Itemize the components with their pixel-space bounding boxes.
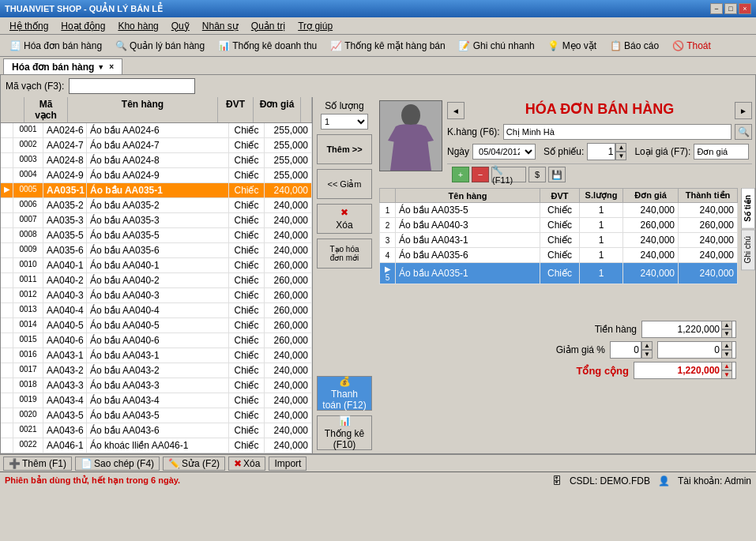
discount-val-up[interactable]: ▲ — [721, 341, 732, 350]
product-table-row[interactable]: 0001 AA024-6 Áo bầu AA024-6 Chiếc 255,00… — [1, 123, 312, 138]
remove-row-button[interactable]: − — [472, 167, 489, 182]
product-table-row[interactable]: 0008 AA035-5 Áo bầu AA035-5 Chiếc 240,00… — [1, 228, 312, 243]
add-button[interactable]: Thêm >> — [317, 134, 372, 164]
product-table-body[interactable]: 0001 AA024-6 Áo bầu AA024-6 Chiếc 255,00… — [1, 123, 312, 453]
toolbar-manage[interactable]: 🔍 Quản lý bán hàng — [109, 37, 210, 54]
tab-pin-icon[interactable]: ▼ — [97, 63, 104, 71]
product-table-row[interactable]: 0016 AA043-1 Áo bầu AA043-1 Chiếc 240,00… — [1, 348, 312, 363]
product-table-row[interactable]: 0009 AA035-6 Áo bầu AA035-6 Chiếc 240,00… — [1, 243, 312, 258]
toolbar-exit[interactable]: 🚫 Thoát — [666, 37, 717, 54]
discount-down[interactable]: ▼ — [641, 350, 653, 359]
side-tab-amount[interactable]: Số tiền — [741, 188, 755, 229]
nav-back-button[interactable]: ◄ — [447, 102, 465, 119]
tab-bar: Hóa đơn bán hàng ▼ × — [0, 57, 756, 74]
delete-bottom-icon: ✖ — [234, 458, 242, 469]
discount-percent-input[interactable] — [610, 341, 641, 359]
add-row-button[interactable]: + — [452, 167, 469, 182]
title-bar-buttons: − □ × — [710, 3, 751, 14]
discount-val-down[interactable]: ▼ — [721, 350, 732, 359]
grand-up[interactable]: ▲ — [721, 362, 732, 370]
f11-button[interactable]: 🔧 (F11) — [491, 167, 526, 182]
product-table-row[interactable]: 0021 AA043-6 Áo bầu AA043-6 Chiếc 240,00… — [1, 423, 312, 438]
toolbar-quick-note[interactable]: 📝 Ghi chú nhanh — [453, 37, 540, 54]
tab-invoice[interactable]: Hóa đơn bán hàng ▼ × — [3, 58, 122, 74]
right-panel: ◄ HÓA ĐƠN BÁN HÀNG ► K.hàng (F6): 🔍 Ng — [376, 97, 755, 453]
import-bottom-button[interactable]: Import — [269, 456, 307, 471]
invoice-table-row[interactable]: 2 Áo bầu AA040-3 Chiếc 1 260,000 260,000 — [380, 218, 738, 233]
nav-forward-button[interactable]: ► — [735, 102, 752, 119]
delete-button[interactable]: ✖ Xóa — [317, 204, 372, 234]
payment-button[interactable]: 💰 Thanhtoán (F12) — [317, 376, 372, 411]
product-table-row[interactable]: 0007 AA035-3 Áo bầu AA035-3 Chiếc 240,00… — [1, 213, 312, 228]
svg-point-1 — [401, 104, 420, 126]
new-invoice-button[interactable]: Tạo hóađơn mới — [317, 239, 372, 269]
date-select[interactable]: 05/04/2012 — [472, 144, 536, 160]
menu-fund[interactable]: Quỹ — [165, 19, 196, 33]
product-table-row[interactable]: 0017 AA043-2 Áo bầu AA043-2 Chiếc 240,00… — [1, 363, 312, 378]
grand-down[interactable]: ▼ — [721, 370, 732, 379]
product-table-row[interactable]: 0010 AA040-1 Áo bầu AA040-1 Chiếc 260,00… — [1, 258, 312, 273]
status-message: Phiên bản dùng thử, hết hạn trong 6 ngày… — [5, 475, 180, 486]
product-table-row[interactable]: ▶ 0005 AA035-1 Áo bầu AA035-1 Chiếc 240,… — [1, 183, 312, 198]
minimize-button[interactable]: − — [710, 3, 723, 14]
invoice-table-row[interactable]: 1 Áo bầu AA035-5 Chiếc 1 240,000 240,000 — [380, 203, 738, 218]
invoice-header: ◄ HÓA ĐƠN BÁN HÀNG ► K.hàng (F6): 🔍 Ng — [376, 97, 755, 188]
discount-up[interactable]: ▲ — [641, 341, 653, 350]
invoice-num-input[interactable] — [587, 143, 615, 160]
tab-close-icon[interactable]: × — [109, 62, 114, 71]
invoice-info: ◄ HÓA ĐƠN BÁN HÀNG ► K.hàng (F6): 🔍 Ng — [447, 100, 752, 185]
menu-admin[interactable]: Quản trị — [245, 19, 291, 33]
product-table-row[interactable]: 0018 AA043-3 Áo bầu AA043-3 Chiếc 240,00… — [1, 378, 312, 393]
product-table-row[interactable]: 0014 AA040-5 Áo bầu AA040-5 Chiếc 260,00… — [1, 318, 312, 333]
remove-button[interactable]: << Giảm — [317, 169, 372, 199]
stats-button[interactable]: 📊 Thống kê(F10) — [317, 415, 372, 450]
menu-warehouse[interactable]: Kho hàng — [111, 19, 164, 33]
toolbar: 🧾 Hóa đơn bán hàng 🔍 Quản lý bán hàng 📊 … — [0, 35, 756, 57]
invoice-num-down[interactable]: ▼ — [615, 152, 626, 160]
product-table-row[interactable]: 0022 AA046-1 Áo khoác lliền AA046-1 Chiế… — [1, 438, 312, 453]
product-table-row[interactable]: 0020 AA043-5 Áo bầu AA043-5 Chiếc 240,00… — [1, 408, 312, 423]
product-table-row[interactable]: 0019 AA043-4 Áo bầu AA043-4 Chiếc 240,00… — [1, 393, 312, 408]
menu-system[interactable]: Hệ thống — [3, 19, 55, 33]
add-bottom-button[interactable]: ➕ Thêm (F1) — [3, 456, 72, 471]
save-button[interactable]: 💾 — [548, 167, 566, 182]
maximize-button[interactable]: □ — [724, 3, 737, 14]
invoice-table-row[interactable]: 3 Áo bầu AA043-1 Chiếc 1 240,000 240,000 — [380, 233, 738, 248]
product-table-row[interactable]: 0004 AA024-9 Áo bầu AA024-9 Chiếc 255,00… — [1, 168, 312, 183]
product-table-row[interactable]: 0006 AA035-2 Áo bầu AA035-2 Chiếc 240,00… — [1, 198, 312, 213]
invoice-table-row[interactable]: 4 Áo bầu AA035-6 Chiếc 1 240,000 240,000 — [380, 248, 738, 263]
toolbar-sales-stats[interactable]: 📈 Thống kê mặt hàng bán — [324, 37, 450, 54]
invoice-title: HÓA ĐƠN BÁN HÀNG — [525, 100, 674, 118]
product-table-row[interactable]: 0011 AA040-2 Áo bầu AA040-2 Chiếc 260,00… — [1, 273, 312, 288]
product-table-row[interactable]: 0012 AA040-3 Áo bầu AA040-3 Chiếc 260,00… — [1, 288, 312, 303]
product-table-row[interactable]: 0003 AA024-8 Áo bầu AA024-8 Chiếc 255,00… — [1, 153, 312, 168]
invoice-table-row[interactable]: ▶ 5 Áo bầu AA035-1 Chiếc 1 240,000 240,0… — [380, 263, 738, 284]
invoice-num-up[interactable]: ▲ — [615, 143, 626, 152]
subtotal-down[interactable]: ▼ — [721, 329, 732, 338]
menu-help[interactable]: Trợ giúp — [291, 19, 339, 33]
price-type-input[interactable] — [694, 144, 749, 160]
close-button[interactable]: × — [739, 3, 751, 14]
menu-staff[interactable]: Nhân sự — [196, 19, 245, 33]
customer-lookup-button[interactable]: 🔍 — [735, 124, 752, 140]
toolbar-report[interactable]: 📋 Báo cáo — [604, 37, 664, 54]
quantity-select[interactable]: 1 2 3 5 10 — [321, 114, 368, 130]
customer-input[interactable] — [503, 124, 732, 140]
search-input[interactable] — [69, 78, 195, 94]
toolbar-revenue[interactable]: 📊 Thống kê doanh thu — [212, 37, 322, 54]
product-table-row[interactable]: 0015 AA040-6 Áo bầu AA040-6 Chiếc 260,00… — [1, 333, 312, 348]
side-tab-note[interactable]: Ghi chú — [741, 229, 755, 270]
subtotal-up[interactable]: ▲ — [721, 321, 732, 329]
menu-activity[interactable]: Hoạt động — [55, 19, 111, 33]
payment-icon: 💰 — [339, 376, 351, 387]
edit-bottom-button[interactable]: ✏️ Sửa (F2) — [163, 456, 225, 471]
copy-bottom-button[interactable]: 📄 Sao chép (F4) — [75, 456, 160, 471]
toolbar-tips[interactable]: 💡 Mẹo vặt — [542, 37, 602, 54]
product-table-row[interactable]: 0013 AA040-4 Áo bầu AA040-4 Chiếc 260,00… — [1, 303, 312, 318]
db-label: CSDL: DEMO.FDB — [570, 475, 650, 487]
toolbar-invoice[interactable]: 🧾 Hóa đơn bán hàng — [3, 37, 107, 54]
money-button[interactable]: $ — [528, 167, 546, 182]
delete-bottom-button[interactable]: ✖ Xóa — [228, 456, 265, 471]
product-table-row[interactable]: 0002 AA024-7 Áo bầu AA024-7 Chiếc 255,00… — [1, 138, 312, 153]
split-layout: Mã vạch Tên hàng ĐVT Đơn giá 0001 AA024-… — [1, 97, 755, 453]
